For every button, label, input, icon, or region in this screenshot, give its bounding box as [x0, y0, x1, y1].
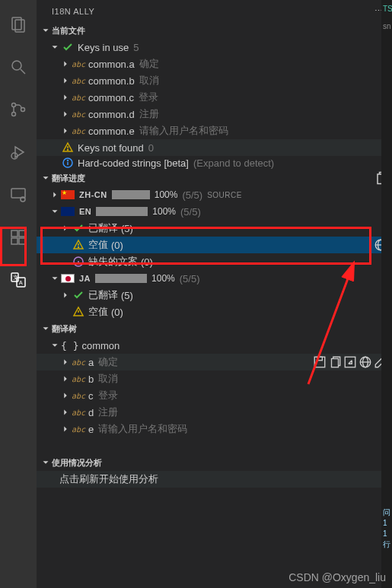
- svg-rect-33: [314, 357, 325, 367]
- source-control-icon[interactable]: [0, 91, 37, 128]
- abc-icon: abc: [72, 389, 85, 402]
- abc-icon: abc: [72, 124, 85, 138]
- abc-icon: abc: [72, 57, 85, 71]
- abc-icon: abc: [72, 355, 85, 369]
- tree-item-keys-not-found[interactable]: Keys not found 0: [37, 139, 392, 156]
- chevron-down-icon: [40, 323, 52, 335]
- chevron-right-icon: [59, 108, 72, 120]
- tree-item-common[interactable]: { } common: [37, 337, 392, 354]
- svg-rect-34: [317, 357, 323, 361]
- tree-item-key[interactable]: abccommon.a确定: [37, 56, 392, 72]
- flag-cn-icon: [61, 190, 75, 199]
- globe-icon[interactable]: [359, 355, 372, 369]
- explorer-icon[interactable]: [0, 6, 37, 43]
- tree-item-empty-selected[interactable]: 空值 (0): [37, 237, 392, 253]
- tree-item-lang-en[interactable]: EN 100% (5/5): [37, 203, 392, 220]
- copy-icon[interactable]: [328, 355, 342, 369]
- chevron-right-icon: [59, 406, 72, 418]
- chevron-down-icon: [49, 272, 61, 284]
- chevron-right-icon: [59, 75, 72, 87]
- panel-title: I18N ALLY: [52, 7, 94, 16]
- svg-rect-9: [11, 189, 25, 198]
- chevron-down-icon: [49, 339, 61, 351]
- svg-rect-35: [332, 359, 339, 367]
- tree-item-leaf[interactable]: abcd注册: [37, 404, 392, 421]
- tree-view: 当前文件 Keys in use 5 abccommon.a确定 abccomm…: [37, 22, 392, 588]
- tree-item-key[interactable]: abccommon.e请输入用户名和密码: [37, 122, 392, 139]
- activity-bar: 文A: [0, 0, 37, 588]
- warning-icon: [72, 238, 85, 252]
- chevron-right-icon: [59, 289, 72, 301]
- svg-point-2: [12, 61, 21, 70]
- svg-text:A: A: [19, 280, 23, 285]
- save-icon[interactable]: [313, 355, 327, 369]
- tree-item-leaf[interactable]: abce请输入用户名和密码: [37, 421, 392, 437]
- info-icon: [61, 156, 75, 170]
- watermark: CSDN @Oxygen_liu: [288, 571, 386, 583]
- tree-item-lang-zh[interactable]: ZH-CN 100% (5/5) SOURCE: [37, 186, 392, 203]
- tree-item-key[interactable]: abccommon.d注册: [37, 106, 392, 122]
- tree-item-keys-in-use[interactable]: Keys in use 5: [37, 39, 392, 56]
- svg-point-23: [68, 161, 69, 161]
- abc-icon: abc: [72, 405, 85, 419]
- section-tree[interactable]: 翻译树: [37, 320, 392, 337]
- check-icon: [72, 288, 85, 302]
- panel-header: I18N ALLY ⋯: [37, 0, 392, 22]
- tree-item-translated[interactable]: 已翻译 (5): [37, 287, 392, 304]
- tree-item-lang-ja[interactable]: JA 100% (5/5): [37, 270, 392, 287]
- flag-jp-icon: [61, 274, 75, 283]
- abc-icon: abc: [72, 422, 85, 436]
- abc-icon: abc: [72, 372, 85, 386]
- svg-line-3: [21, 69, 25, 74]
- svg-rect-12: [11, 238, 18, 244]
- chevron-down-icon: [40, 172, 52, 184]
- remote-icon[interactable]: [0, 176, 37, 213]
- warning-icon: [61, 141, 75, 154]
- svg-rect-14: [19, 230, 25, 237]
- debug-icon[interactable]: [0, 134, 37, 170]
- svg-point-26: [78, 247, 79, 248]
- i18n-ally-icon[interactable]: 文A: [0, 262, 37, 298]
- chevron-down-icon: [40, 456, 52, 469]
- extensions-icon[interactable]: [0, 219, 37, 256]
- tree-item-key[interactable]: abccommon.c登录: [37, 89, 392, 106]
- section-progress[interactable]: 翻译进度: [37, 170, 392, 186]
- svg-marker-7: [15, 147, 24, 157]
- svg-rect-11: [11, 230, 18, 237]
- sidebar-panel: I18N ALLY ⋯ 当前文件 Keys in use 5 abccommon…: [37, 0, 392, 588]
- check-icon: [61, 40, 75, 54]
- chevron-right-icon: [59, 58, 72, 70]
- chevron-right-icon: [59, 356, 72, 368]
- warning-icon: [72, 305, 85, 319]
- tree-item-key[interactable]: abccommon.b取消: [37, 72, 392, 89]
- tree-item-hardcoded[interactable]: Hard-coded strings [beta] (Expand to det…: [37, 156, 392, 170]
- braces-icon: { }: [61, 340, 78, 351]
- tree-item-leaf[interactable]: abcb取消: [37, 370, 392, 387]
- tree-item-usage-msg[interactable]: 点击刷新开始使用分析: [37, 471, 392, 488]
- svg-rect-13: [19, 238, 25, 244]
- svg-point-5: [12, 113, 16, 116]
- section-current-file[interactable]: 当前文件: [37, 22, 392, 39]
- abc-icon: abc: [72, 107, 85, 121]
- section-usage[interactable]: 使用情况分析: [37, 454, 392, 471]
- chevron-down-icon: [49, 41, 61, 53]
- chevron-right-icon: [59, 222, 72, 234]
- search-icon[interactable]: [0, 49, 37, 85]
- svg-point-4: [12, 103, 16, 107]
- tree-item-empty[interactable]: 空值 (0): [37, 304, 392, 320]
- tree-item-leaf[interactable]: abc a 确定: [37, 354, 392, 370]
- abc-icon: abc: [72, 74, 85, 87]
- chevron-right-icon: [59, 125, 72, 137]
- flag-en-icon: [61, 207, 75, 216]
- tree-item-leaf[interactable]: abcc登录: [37, 387, 392, 404]
- chevron-right-icon: [59, 91, 72, 103]
- info-icon: [72, 255, 85, 269]
- goto-icon[interactable]: [343, 355, 357, 369]
- chevron-right-icon: [59, 389, 72, 402]
- chevron-down-icon: [49, 205, 61, 218]
- chevron-right-icon: [59, 373, 72, 385]
- tree-item-translated[interactable]: 已翻译 (5): [37, 220, 392, 237]
- tree-item-missing[interactable]: 缺失的文案 (0): [37, 253, 392, 270]
- editor-strip: TS sn 问 1 1 行: [381, 0, 392, 588]
- chevron-right-icon: [49, 189, 61, 201]
